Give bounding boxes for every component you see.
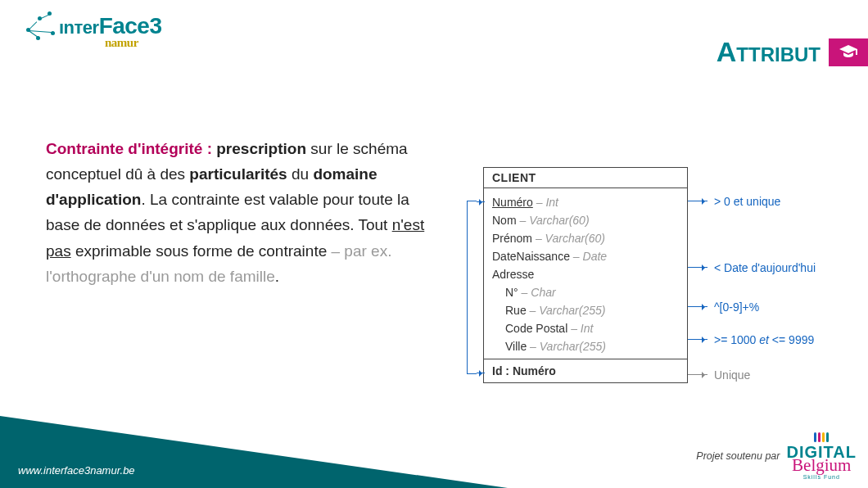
attr-row: Nom – Varchar(60) — [492, 211, 679, 229]
arrow-icon — [688, 306, 708, 307]
arrow-icon — [688, 339, 708, 340]
attr-row: Prénom – Varchar(60) — [492, 229, 679, 247]
entity-id-row: Id : Numéro — [484, 359, 687, 382]
digital-belgium-logo: DIGITAL Belgium Skills Fund — [786, 432, 857, 480]
slide-title: Attribut — [717, 36, 868, 68]
footer-project-label: Projet soutenu par — [696, 450, 780, 462]
footer-url: www.interface3namur.be — [18, 464, 135, 477]
attr-row-adresse: Adresse — [492, 265, 679, 283]
arrow-icon — [688, 201, 708, 201]
constraint-text: > 0 et unique — [714, 195, 780, 208]
attr-row: N° – Char — [492, 283, 679, 301]
link-bracket-icon — [467, 201, 477, 374]
footer-decor — [0, 416, 508, 488]
logo: ınтerFace3 namur — [23, 11, 162, 50]
constraint-text: Unique — [714, 368, 750, 382]
definition-paragraph: Contrainte d'intégrité : prescription su… — [46, 136, 431, 289]
logo-graph-icon — [23, 11, 54, 41]
constraint-text: < Date d'aujourd'hui — [714, 261, 816, 274]
entity-body: Numéro – Int Nom – Varchar(60) Prénom – … — [484, 188, 687, 359]
attr-row: Ville – Varchar(255) — [492, 337, 679, 355]
attr-row: Code Postal – Int — [492, 319, 679, 337]
constraint-text: ^[0-9]+% — [714, 300, 759, 314]
entity-box-client: CLIENT Numéro – Int Nom – Varchar(60) Pr… — [483, 167, 688, 383]
attr-row: DateNaissance – Date — [492, 247, 679, 265]
arrow-icon — [688, 267, 708, 268]
entity-title: CLIENT — [484, 168, 687, 188]
digital-belgium-icon — [786, 432, 857, 442]
constraint-text: >= 1000 et <= 9999 — [714, 333, 814, 346]
arrow-icon — [688, 374, 708, 375]
footer-right: Projet soutenu par DIGITAL Belgium Skill… — [696, 432, 857, 480]
slide-title-text: Attribut — [717, 36, 821, 68]
attr-row: Numéro – Int — [492, 193, 679, 211]
graduation-cap-icon — [829, 38, 868, 66]
attr-row: Rue – Varchar(255) — [492, 301, 679, 319]
